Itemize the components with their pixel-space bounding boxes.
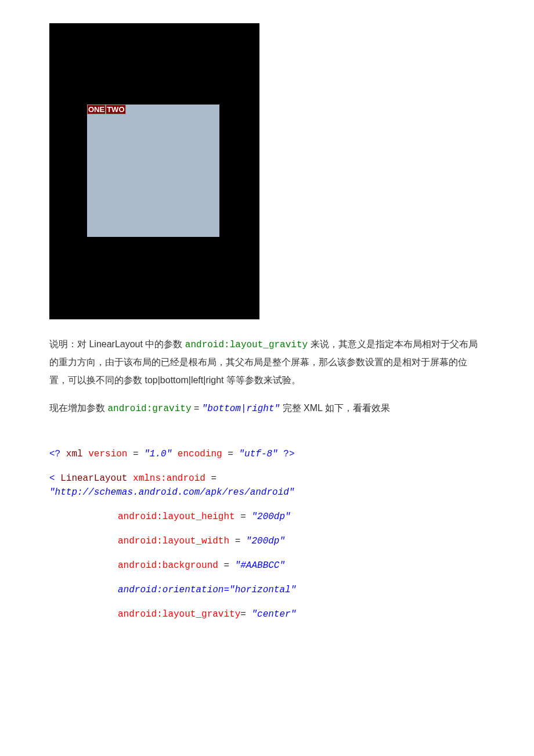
xml-attr-height: android:layout_height = "200dp" (49, 510, 485, 524)
xml-attr-orientation: android:orientation="horizontal" (49, 583, 485, 597)
explanation-paragraph-1: 说明：对 LinearLayout 中的参数 android:layout_gr… (49, 336, 485, 389)
android-screenshot: ONE TWO (49, 23, 259, 319)
xml-linearlayout-open: < LinearLayout xmlns:android = "http://s… (49, 471, 485, 499)
xml-attr-background: android:background = "#AABBCC" (49, 559, 485, 573)
code-gravity-value: "bottom|right" (202, 404, 280, 414)
xml-attr-layout-gravity: android:layout_gravity= "center" (49, 607, 485, 621)
textview-two: TWO (106, 105, 125, 114)
code-layout-gravity: android:layout_gravity (185, 340, 308, 350)
explanation-paragraph-2: 现在增加参数 android:gravity = "bottom|right" … (49, 399, 485, 417)
textview-one: ONE (87, 105, 106, 114)
linear-layout-box: ONE TWO (87, 105, 219, 237)
xml-code-block: <? xml version = "1.0" encoding = "utf-8… (49, 447, 485, 621)
code-gravity: android:gravity (107, 404, 191, 414)
xml-attr-width: android:layout_width = "200dp" (49, 534, 485, 548)
xml-declaration: <? xml version = "1.0" encoding = "utf-8… (49, 447, 485, 461)
